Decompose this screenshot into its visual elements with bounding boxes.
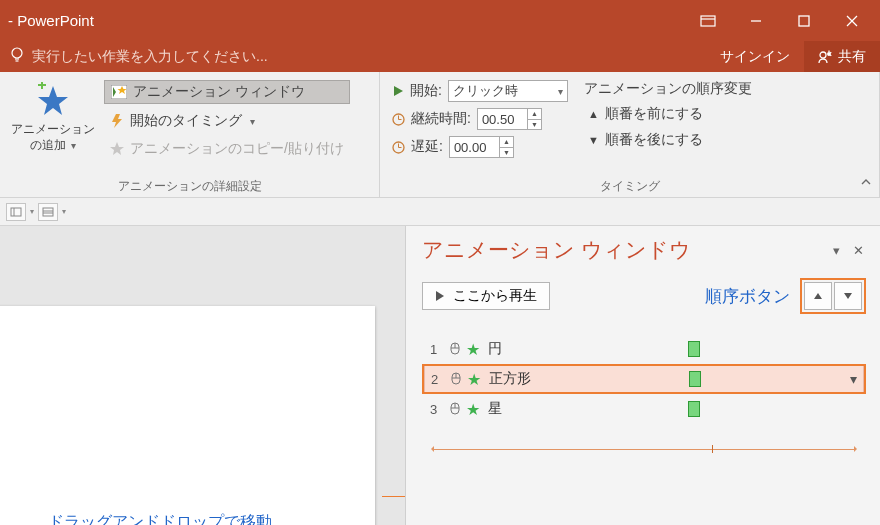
start-label: 開始: [410,82,442,100]
share-button[interactable]: 共有 [804,41,880,72]
view-normal-icon[interactable] [6,203,26,221]
maximize-button[interactable] [780,0,828,41]
pane-options-icon[interactable]: ▾ [828,242,844,258]
timing-bar[interactable] [689,371,701,387]
delay-down[interactable]: ▼ [500,148,513,159]
collapse-ribbon-icon[interactable] [860,176,872,191]
ribbon: アニメーションの追加 ▾ アニメーション ウィンドウ 開始のタイミング▾ アニメ… [0,72,880,198]
mouse-click-icon [448,340,462,359]
mouse-click-icon [448,400,462,419]
svg-point-10 [828,52,831,55]
svg-rect-0 [701,16,715,26]
svg-marker-20 [112,114,122,128]
pane-icon [111,85,127,99]
svg-marker-14 [38,86,68,115]
clock-icon-2 [392,141,405,154]
animation-item-1[interactable]: 1 ★ 円 [424,334,864,364]
item-menu-caret[interactable]: ▾ [850,371,857,387]
trigger-button[interactable]: 開始のタイミング▾ [104,110,350,132]
move-earlier-button[interactable]: ▲順番を前にする [584,104,752,124]
animation-pane-title: アニメーション ウィンドウ [422,236,828,264]
duration-field[interactable]: 00.50▲▼ [477,108,542,130]
delay-value: 00.00 [454,140,487,155]
animation-item-3[interactable]: 3 ★ 星 [424,394,864,424]
tell-me-bar: 実行したい作業を入力してください... サインイン 共有 [0,41,880,72]
item-number: 2 [431,372,445,387]
share-label: 共有 [838,48,866,66]
duration-label: 継続時間: [411,110,471,128]
play-icon [435,290,445,302]
svg-marker-36 [844,293,852,299]
annotation-drag: ドラッグアンドドロップで移動 [48,512,272,525]
group-advanced-label: アニメーションの詳細設定 [8,176,371,195]
svg-rect-3 [799,16,809,26]
group-timing-label: タイミング [388,176,871,195]
sign-in-link[interactable]: サインイン [706,41,804,72]
ribbon-display-options[interactable] [684,0,732,41]
add-anim-line1: アニメーション [11,122,95,138]
duration-down[interactable]: ▼ [528,120,541,131]
start-dropdown[interactable]: クリック時▾ [448,80,568,102]
app-title: - PowerPoint [8,12,94,29]
play-icon [392,85,404,97]
svg-rect-31 [43,208,53,216]
mouse-click-icon [449,370,463,389]
timing-bar[interactable] [688,341,700,357]
animation-item-2[interactable]: 2 ★ 正方形 ▾ [424,364,864,394]
add-anim-line2: の追加 [30,138,66,152]
item-name: 星 [488,400,578,418]
star-icon: ★ [467,370,481,389]
svg-marker-35 [814,293,822,299]
move-later-label: 順番を後にする [605,131,703,149]
play-label: ここから再生 [453,287,537,305]
svg-point-6 [12,48,22,58]
item-name: 正方形 [489,370,579,388]
animation-pane-button[interactable]: アニメーション ウィンドウ [104,80,350,104]
svg-line-12 [830,52,831,53]
animation-pane: アニメーション ウィンドウ ▾ ✕ ここから再生 順序ボタン 1 ★ 円 [405,226,880,525]
slide-area: ドラッグアンドドロップで移動 [0,226,405,525]
animation-painter-button: アニメーションのコピー/貼り付け [104,138,350,160]
star-icon: ★ [466,400,480,419]
duration-up[interactable]: ▲ [528,108,541,120]
move-earlier-label: 順番を前にする [605,105,703,123]
star-icon: ★ [466,340,480,359]
lightning-icon [110,114,124,128]
painter-label: アニメーションのコピー/貼り付け [130,140,344,158]
anim-pane-label: アニメーション ウィンドウ [133,83,305,101]
order-up-button[interactable] [804,282,832,310]
move-later-button[interactable]: ▼順番を後にする [584,130,752,150]
play-from-button[interactable]: ここから再生 [422,282,550,310]
svg-point-9 [820,52,826,58]
item-name: 円 [488,340,578,358]
svg-marker-21 [110,142,124,155]
close-button[interactable] [828,0,876,41]
svg-line-13 [830,55,831,56]
work-area: ドラッグアンドドロップで移動 アニメーション ウィンドウ ▾ ✕ ここから再生 … [0,226,880,525]
item-number: 3 [430,402,444,417]
add-animation-button[interactable]: アニメーションの追加 ▾ [8,76,98,176]
star-icon [110,142,124,156]
animation-list: 1 ★ 円 2 ★ 正方形 ▾ 3 ★ 星 [422,332,866,442]
duration-value: 00.50 [482,112,515,127]
titlebar: - PowerPoint [0,0,880,41]
order-down-button[interactable] [834,282,862,310]
delay-label: 遅延: [411,138,443,156]
svg-rect-29 [11,208,21,216]
timeline-ruler[interactable] [432,449,856,450]
tell-me-input[interactable]: 実行したい作業を入力してください... [32,48,268,66]
minimize-button[interactable] [732,0,780,41]
timing-bar[interactable] [688,401,700,417]
pane-close-icon[interactable]: ✕ [850,242,866,258]
slide-canvas[interactable] [0,306,375,525]
delay-field[interactable]: 00.00▲▼ [449,136,514,158]
clock-icon [392,113,405,126]
order-button-label: 順序ボタン [705,285,790,308]
svg-rect-16 [41,82,43,89]
svg-marker-34 [436,291,444,301]
item-number: 1 [430,342,444,357]
view-outline-icon[interactable] [38,203,58,221]
trigger-label: 開始のタイミング [130,112,242,130]
delay-up[interactable]: ▲ [500,136,513,148]
svg-marker-22 [394,86,403,96]
